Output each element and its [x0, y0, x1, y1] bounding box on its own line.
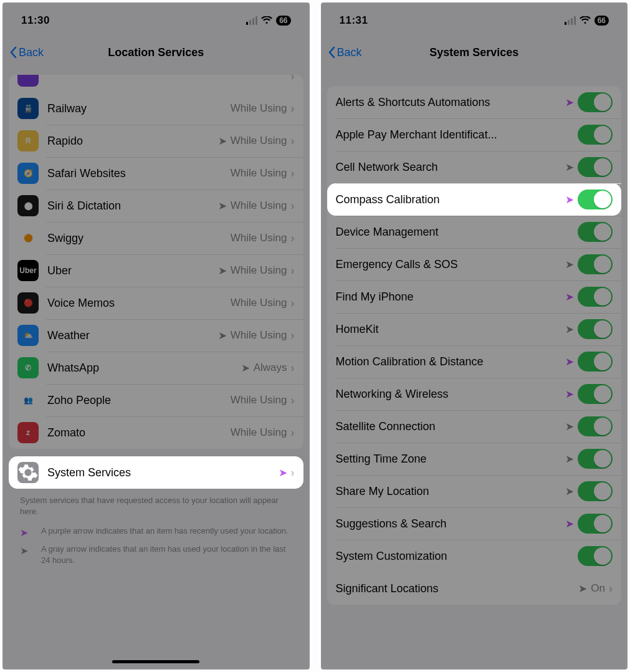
- app-icon: ✆: [17, 357, 39, 378]
- app-value: While Using: [231, 232, 287, 244]
- service-label: Share My Location: [336, 485, 566, 498]
- service-label: Motion Calibration & Distance: [336, 355, 566, 368]
- toggle-switch[interactable]: [578, 222, 613, 242]
- chevron-right-icon: ›: [291, 75, 295, 83]
- app-row[interactable]: ⛅ Weather ➤ While Using ›: [9, 319, 303, 352]
- app-icon: 🔴: [17, 292, 39, 314]
- app-row[interactable]: ✆ WhatsApp ➤ Always ›: [9, 352, 303, 384]
- toggle-switch[interactable]: [578, 287, 613, 307]
- service-row: Satellite Connection ➤: [327, 410, 622, 443]
- app-icon: 👥: [17, 390, 39, 411]
- toggle-switch[interactable]: [578, 157, 613, 177]
- location-arrow-icon: ➤: [218, 199, 227, 213]
- service-label: Compass Calibration: [336, 193, 566, 206]
- app-icon: 🚆: [17, 98, 39, 119]
- app-row[interactable]: Uber Uber ➤ While Using ›: [9, 254, 303, 287]
- app-row[interactable]: 👥 Zoho People While Using ›: [9, 384, 303, 416]
- app-row[interactable]: z Zomato While Using ›: [9, 416, 303, 449]
- wifi-icon: [261, 16, 272, 25]
- location-arrow-icon: ➤: [565, 453, 574, 466]
- app-icon: Uber: [17, 260, 39, 281]
- app-row[interactable]: 🧭 Safari Websites While Using ›: [9, 157, 303, 190]
- service-label: Device Management: [336, 226, 578, 239]
- status-bar: 11:30 66: [4, 4, 308, 37]
- app-row-partial[interactable]: ›: [9, 75, 303, 92]
- back-button[interactable]: Back: [4, 46, 44, 59]
- service-label: Emergency Calls & SOS: [336, 258, 566, 271]
- app-row[interactable]: 🔴 Voice Memos While Using ›: [9, 287, 303, 319]
- nav-title: System Services: [322, 46, 627, 59]
- service-label: Satellite Connection: [336, 420, 566, 433]
- app-row[interactable]: 🟠 Swiggy While Using ›: [9, 222, 303, 254]
- chevron-right-icon: ›: [609, 582, 613, 595]
- toggle-switch[interactable]: [578, 416, 613, 436]
- service-row: Share My Location ➤: [327, 475, 622, 507]
- service-label: Cell Network Search: [336, 161, 566, 174]
- location-arrow-icon: ➤: [565, 517, 574, 530]
- location-arrow-icon: ➤: [565, 420, 574, 433]
- significant-locations-row[interactable]: Significant Locations ➤ On ›: [327, 572, 622, 605]
- home-indicator[interactable]: [112, 660, 199, 663]
- app-value: While Using: [231, 329, 287, 342]
- app-name: Voice Memos: [47, 297, 231, 310]
- partial-row-top: ›: [9, 75, 303, 92]
- nav-bar: Back System Services: [322, 37, 627, 67]
- back-label: Back: [337, 46, 362, 59]
- service-row: Suggestions & Search ➤: [327, 507, 622, 540]
- chevron-right-icon: ›: [291, 297, 295, 310]
- chevron-left-icon: [327, 46, 336, 59]
- service-label: Find My iPhone: [336, 290, 566, 304]
- chevron-right-icon: ›: [291, 264, 295, 277]
- app-value: While Using: [231, 199, 287, 212]
- phone-location-services: 11:30 66 Back Location Services: [2, 2, 310, 670]
- content: › 🚆 Railway While Using › R Rapido ➤ Whi…: [4, 75, 308, 568]
- toggle-switch[interactable]: [578, 125, 613, 145]
- service-row: Emergency Calls & SOS ➤: [327, 248, 622, 281]
- service-label: Setting Time Zone: [336, 453, 566, 466]
- toggle-switch[interactable]: [578, 449, 613, 469]
- location-arrow-icon: ➤: [241, 362, 250, 375]
- app-name: Rapido: [47, 135, 218, 148]
- location-arrow-icon: ➤: [565, 161, 574, 174]
- service-row: Cell Network Search ➤: [327, 151, 622, 183]
- app-icon: R: [17, 130, 39, 151]
- system-services-label: System Services: [47, 466, 279, 479]
- legend-purple-text: A purple arrow indicates that an item ha…: [41, 526, 289, 537]
- system-services-row[interactable]: System Services ➤ ›: [9, 456, 303, 489]
- back-button[interactable]: Back: [322, 46, 362, 59]
- location-arrow-icon: ➤: [279, 466, 287, 479]
- content: Alerts & Shortcuts Automations ➤ Apple P…: [322, 86, 627, 605]
- app-row[interactable]: 🚆 Railway While Using ›: [9, 92, 303, 125]
- toggle-switch[interactable]: [578, 514, 613, 534]
- toggle-switch[interactable]: [578, 546, 613, 566]
- toggle-switch[interactable]: [578, 352, 613, 372]
- apps-section: › 🚆 Railway While Using › R Rapido ➤ Whi…: [9, 75, 303, 449]
- toggle-switch[interactable]: [578, 319, 613, 339]
- app-row[interactable]: R Rapido ➤ While Using ›: [9, 125, 303, 157]
- app-value: Always: [254, 362, 287, 374]
- service-row: Compass Calibration ➤: [327, 183, 622, 216]
- app-row[interactable]: ⬤ Siri & Dictation ➤ While Using ›: [9, 190, 303, 222]
- toggle-switch[interactable]: [578, 481, 613, 501]
- app-value: While Using: [231, 264, 287, 277]
- status-time: 11:30: [21, 14, 50, 27]
- chevron-right-icon: ›: [291, 167, 295, 180]
- app-icon: 🧭: [17, 163, 39, 184]
- chevron-right-icon: ›: [291, 466, 295, 479]
- toggle-switch[interactable]: [578, 190, 613, 209]
- status-icons: 66: [246, 16, 290, 26]
- service-value: On: [591, 582, 605, 595]
- location-arrow-icon: ➤: [565, 258, 574, 271]
- battery-icon: 66: [276, 16, 290, 26]
- app-name: Uber: [47, 264, 218, 277]
- app-name: Railway: [47, 102, 231, 115]
- location-arrow-icon: ➤: [20, 527, 31, 539]
- app-icon: 🟠: [17, 228, 39, 249]
- service-row: HomeKit ➤: [327, 313, 622, 345]
- toggle-switch[interactable]: [578, 92, 613, 112]
- chevron-right-icon: ›: [291, 426, 295, 439]
- chevron-right-icon: ›: [291, 232, 295, 245]
- chevron-right-icon: ›: [291, 394, 295, 407]
- toggle-switch[interactable]: [578, 254, 613, 274]
- toggle-switch[interactable]: [578, 384, 613, 404]
